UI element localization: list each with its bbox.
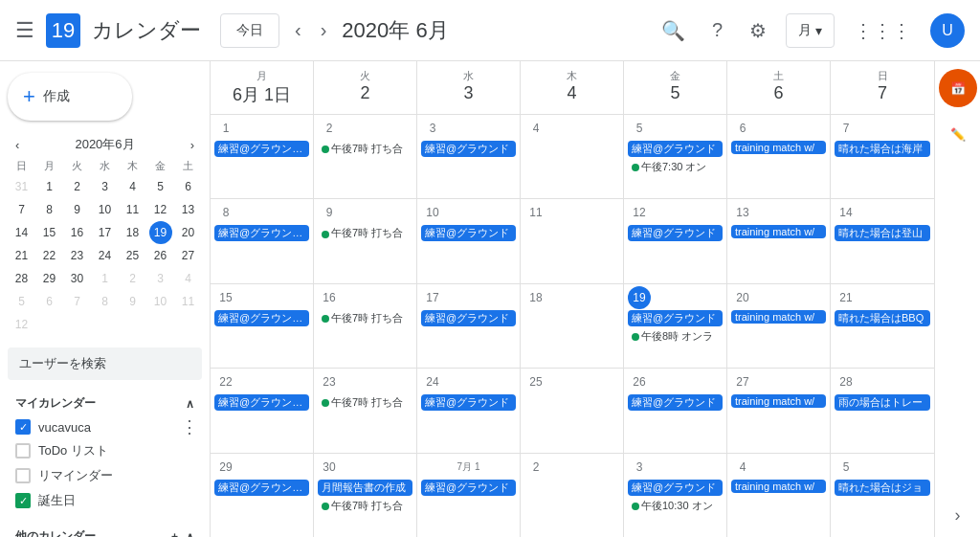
side-panel-icon-1[interactable]: 📅 xyxy=(939,69,977,107)
calendar-item-reminder[interactable]: リマインダー xyxy=(8,463,202,488)
next-arrow[interactable]: › xyxy=(317,15,331,45)
mini-day[interactable]: 5 xyxy=(11,290,33,313)
event[interactable]: 練習@グラウンド xyxy=(421,225,516,241)
cell-date[interactable]: 2 xyxy=(524,456,547,479)
cell-date[interactable]: 23 xyxy=(318,370,341,393)
mini-day[interactable]: 5 xyxy=(149,175,172,198)
cell-date[interactable]: 29 xyxy=(214,456,237,479)
expand-icon[interactable]: › xyxy=(951,502,965,529)
cal-checkbox-vucavuca[interactable]: ✓ xyxy=(15,419,31,435)
cell-date[interactable]: 7月 1 xyxy=(421,456,516,479)
mini-day[interactable]: 11 xyxy=(177,290,200,313)
mini-day[interactable]: 4 xyxy=(177,267,200,290)
event[interactable]: training match w/ xyxy=(731,141,826,154)
mini-day[interactable]: 13 xyxy=(177,198,200,221)
mini-day[interactable]: 26 xyxy=(149,244,172,267)
hamburger-icon[interactable]: ☰ xyxy=(15,18,34,43)
cal-checkbox-todo[interactable] xyxy=(15,443,31,459)
event[interactable]: 練習@グラウンド, xyxy=(214,225,309,241)
event[interactable]: 晴れた場合は登山 xyxy=(835,225,930,241)
event[interactable]: 月間報告書の作成 xyxy=(318,480,412,496)
cell-date-today[interactable]: 19 xyxy=(628,286,651,309)
event[interactable]: training match w/ xyxy=(731,394,826,408)
mini-day[interactable]: 1 xyxy=(94,267,117,290)
mini-day[interactable]: 10 xyxy=(94,198,117,221)
cell-date[interactable]: 18 xyxy=(524,286,547,309)
mini-day[interactable]: 7 xyxy=(66,290,89,313)
mini-day[interactable]: 18 xyxy=(122,221,145,244)
cell-date[interactable]: 2 xyxy=(318,117,341,140)
mini-day[interactable]: 31 xyxy=(11,175,33,198)
mini-day[interactable]: 22 xyxy=(38,244,61,267)
mini-day[interactable]: 24 xyxy=(94,244,117,267)
mini-day[interactable]: 25 xyxy=(122,244,145,267)
mini-day[interactable]: 12 xyxy=(149,198,172,221)
cell-date[interactable]: 5 xyxy=(835,456,858,479)
cell-date[interactable]: 3 xyxy=(421,117,444,140)
cell-date[interactable]: 11 xyxy=(524,201,547,224)
mini-day[interactable]: 14 xyxy=(11,221,33,244)
mini-day[interactable]: 27 xyxy=(177,244,200,267)
cell-date[interactable]: 4 xyxy=(524,117,547,140)
cell-date[interactable]: 21 xyxy=(835,286,858,309)
mini-day[interactable]: 3 xyxy=(94,175,117,198)
cell-date[interactable]: 14 xyxy=(835,201,858,224)
event[interactable]: training match w/ xyxy=(731,480,826,493)
calendar-item-birthday[interactable]: ✓ 誕生日 xyxy=(8,488,202,513)
help-icon[interactable]: ? xyxy=(704,11,730,49)
other-cal-collapse-icon[interactable]: ∧ xyxy=(186,530,194,538)
event[interactable]: 練習@グラウンド, xyxy=(214,480,309,496)
avatar[interactable]: U xyxy=(930,13,965,48)
cal-checkbox-reminder[interactable] xyxy=(15,468,31,483)
event[interactable]: 練習@グラウンド xyxy=(421,310,516,326)
event[interactable]: 練習@グラウンド, xyxy=(214,394,309,411)
calendar-options-icon[interactable]: ⋮ xyxy=(181,416,198,437)
settings-icon[interactable]: ⚙ xyxy=(742,11,774,50)
cell-date[interactable]: 7 xyxy=(835,117,858,140)
cell-date[interactable]: 22 xyxy=(214,370,237,393)
cell-date[interactable]: 20 xyxy=(731,286,754,309)
mini-day[interactable]: 29 xyxy=(38,267,61,290)
other-cal-add-icon[interactable]: + xyxy=(171,530,178,538)
cell-date[interactable]: 10 xyxy=(421,201,444,224)
mini-cal-prev[interactable]: ‹ xyxy=(15,138,19,152)
mini-day[interactable]: 8 xyxy=(38,198,61,221)
mini-day[interactable]: 4 xyxy=(122,175,145,198)
mini-day[interactable]: 30 xyxy=(66,267,89,290)
cell-date[interactable]: 30 xyxy=(318,456,341,479)
event[interactable]: 雨の場合はトレー xyxy=(835,394,930,411)
mini-day[interactable]: 9 xyxy=(122,290,145,313)
cell-date[interactable]: 13 xyxy=(731,201,754,224)
event[interactable]: 晴れた場合は海岸 xyxy=(835,141,930,157)
event[interactable]: 晴れた場合はBBQ xyxy=(835,310,930,326)
mini-day[interactable]: 2 xyxy=(122,267,145,290)
mini-day[interactable]: 21 xyxy=(11,244,33,267)
event[interactable]: 練習@グラウンド xyxy=(421,141,516,157)
mini-day[interactable]: 3 xyxy=(149,267,172,290)
event[interactable]: 午後7:30 オン xyxy=(628,159,723,175)
event[interactable]: 午後7時 打ち合 xyxy=(318,141,412,157)
event[interactable]: 午後7時 打ち合 xyxy=(318,394,412,411)
cell-date[interactable]: 5 xyxy=(628,117,651,140)
event[interactable]: 午後8時 オンラ xyxy=(628,328,723,345)
search-users-button[interactable]: ユーザーを検索 xyxy=(8,347,202,380)
mini-day[interactable]: 15 xyxy=(38,221,61,244)
cell-date[interactable]: 8 xyxy=(214,201,237,224)
mini-day[interactable]: 9 xyxy=(66,198,89,221)
mini-day[interactable]: 20 xyxy=(177,221,200,244)
calendar-item-todo[interactable]: ToDo リスト xyxy=(8,438,202,463)
mini-day[interactable]: 11 xyxy=(122,198,145,221)
mini-day[interactable]: 6 xyxy=(38,290,61,313)
view-select[interactable]: 月 ▾ xyxy=(786,13,835,48)
mini-day[interactable]: 6 xyxy=(177,175,200,198)
my-cal-collapse-icon[interactable]: ∧ xyxy=(186,397,194,411)
mini-cal-next[interactable]: › xyxy=(190,138,194,152)
cell-date[interactable]: 17 xyxy=(421,286,444,309)
event[interactable]: 午後10:30 オン xyxy=(628,498,723,514)
event[interactable]: 午後7時 打ち合 xyxy=(318,225,412,241)
event[interactable]: training match w/ xyxy=(731,225,826,238)
mini-day[interactable]: 17 xyxy=(94,221,117,244)
today-button[interactable]: 今日 xyxy=(220,13,279,48)
search-icon[interactable]: 🔍 xyxy=(654,11,693,50)
cell-date[interactable]: 12 xyxy=(628,201,651,224)
